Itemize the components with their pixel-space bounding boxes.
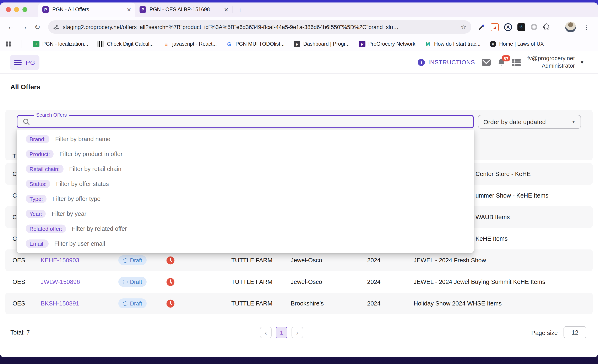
measure-extension-icon[interactable]: ◢ <box>491 23 499 31</box>
tab-all-offers[interactable]: P PGN - All Offers ✕ <box>38 2 135 16</box>
pgn-favicon: P <box>42 6 49 13</box>
progrocery-purple-icon: P <box>359 41 365 47</box>
tab-strip: P PGN - All Offers ✕ P PGN - OES ALBP-15… <box>0 2 598 16</box>
info-icon: i <box>418 59 425 66</box>
cell-retail-chain: Jewel-Osco <box>291 257 367 264</box>
sidebar-menu-button[interactable]: PG <box>10 55 40 70</box>
google-icon: G <box>226 41 233 47</box>
browser-toolbar: ← → ↻ staging2.progrocery.net/offers_all… <box>0 16 598 37</box>
search-input[interactable] <box>34 118 468 126</box>
offer-id-link[interactable]: BKSH-150891 <box>41 300 118 307</box>
header-actions: i INSTRUCTIONS 87 <box>418 51 584 73</box>
close-tab-icon[interactable]: ✕ <box>127 7 131 12</box>
url-text: staging2.progrocery.net/offers_all?searc… <box>63 24 457 30</box>
header-divider <box>0 73 598 74</box>
filter-option-email[interactable]: Email: Filter by user email <box>17 236 474 251</box>
task-list-icon[interactable] <box>512 59 521 66</box>
cell-brand: TUTTLE FARM <box>231 257 291 264</box>
filter-option-year[interactable]: Year: Filter by year <box>17 206 474 221</box>
filter-option-retail-chain[interactable]: Retail chain: Filter by retail chain <box>17 162 474 176</box>
bookmark-item[interactable]: Check Digit Calcul... <box>97 41 154 47</box>
sheets-icon: + <box>33 41 40 47</box>
page-size-input[interactable]: 12 <box>564 326 586 338</box>
browser-menu-icon[interactable]: ⋮ <box>581 23 591 31</box>
user-menu-caret-icon[interactable]: ▼ <box>580 60 584 65</box>
table-row[interactable]: OES JWLW-150896 Draft TUTTLE FARM Jewel-… <box>5 271 593 293</box>
address-bar[interactable]: staging2.progrocery.net/offers_all?searc… <box>48 20 471 34</box>
tab-separator <box>233 6 233 13</box>
bookmark-item[interactable]: P Dashboard | Progr... <box>294 41 350 47</box>
site-settings-icon[interactable] <box>53 24 59 30</box>
user-role: Administrator <box>527 63 575 70</box>
back-icon[interactable]: ← <box>5 23 17 31</box>
cell-year: 2024 <box>367 257 414 264</box>
cell-type: OES <box>12 300 41 307</box>
extensions-puzzle-icon[interactable] <box>543 23 551 31</box>
toolbar-separator <box>558 23 558 31</box>
pending-clock-icon <box>166 256 231 265</box>
cell-retail-chain: Jewel-Osco <box>291 278 367 285</box>
page-size-label: Page size <box>531 330 558 336</box>
hamburger-icon <box>14 60 22 65</box>
prev-page-button[interactable]: ‹ <box>260 327 272 338</box>
bookmark-item[interactable]: ≣ javascript - React... <box>163 41 217 47</box>
offer-id-link[interactable]: KEHE-150903 <box>41 257 118 264</box>
profile-avatar[interactable] <box>565 22 576 32</box>
filter-option-brand[interactable]: Brand: Filter by brand name <box>17 132 474 146</box>
next-page-button[interactable]: › <box>291 327 303 338</box>
cell-retail-chain: Brookshire’s <box>291 300 367 307</box>
pending-clock-icon <box>166 299 231 308</box>
close-window-button[interactable] <box>6 7 11 12</box>
cell-campaign: Holiday Show 2024 WHSE Items <box>414 300 593 307</box>
search-offers-field[interactable] <box>17 115 474 128</box>
pgn-favicon: P <box>140 6 146 13</box>
select-caret-icon: ▼ <box>571 120 576 124</box>
app-logo: PG <box>26 59 35 66</box>
react-devtools-icon[interactable]: ⚛ <box>517 23 525 31</box>
instructions-button[interactable]: i INSTRUCTIONS <box>418 59 475 66</box>
total-count: Total: 7 <box>10 329 30 336</box>
bookmark-item[interactable]: M How do I start trac... <box>424 41 481 47</box>
close-tab-icon[interactable]: ✕ <box>224 7 228 12</box>
minimize-window-button[interactable] <box>14 7 19 12</box>
app-header: PG i INSTRUCTIONS 87 <box>0 51 598 73</box>
gray-circle-extension-icon[interactable] <box>531 24 537 30</box>
new-tab-button[interactable]: + <box>235 6 245 15</box>
zoom-window-button[interactable] <box>22 7 27 12</box>
apps-grid-icon[interactable] <box>6 41 11 47</box>
bookmark-item[interactable]: P ProGrocery Network <box>359 41 415 47</box>
filter-option-type[interactable]: Type: Filter by offer type <box>17 191 474 206</box>
forward-icon[interactable]: → <box>18 23 30 31</box>
table-row[interactable]: OES BKSH-150891 Draft TUTTLE FARM Brooks… <box>5 293 593 314</box>
status-badge: Draft <box>118 299 147 308</box>
bookmark-star-icon[interactable]: ☆ <box>461 23 466 31</box>
eyedropper-extension-icon[interactable] <box>478 23 485 31</box>
mail-icon[interactable] <box>482 59 491 66</box>
barcode-icon <box>97 41 104 47</box>
pending-clock-icon <box>166 277 231 286</box>
status-badge: Draft <box>118 277 147 287</box>
cell-type: OES <box>12 257 41 264</box>
tab-oes-albp[interactable]: P PGN - OES ALBP-151698 ✕ <box>135 2 233 16</box>
cell-brand: TUTTLE FARM <box>231 300 291 307</box>
notifications-button[interactable]: 87 <box>498 58 505 66</box>
bookmark-item[interactable]: G PGN MUI TODOlist... <box>226 41 285 47</box>
offer-id-link[interactable]: JWLW-150896 <box>41 278 118 285</box>
reload-icon[interactable]: ↻ <box>32 23 43 31</box>
cell-year: 2024 <box>367 300 414 307</box>
browser-window: P PGN - All Offers ✕ P PGN - OES ALBP-15… <box>0 2 598 357</box>
bookmark-item[interactable]: + PGN - localization... <box>33 41 88 47</box>
pagination-bar: Total: 7 ‹ 1 › Page size 12 <box>0 324 598 345</box>
filter-option-related-offer[interactable]: Related offer: Filter by related offer <box>17 221 474 236</box>
user-email: fv@progrocery.net <box>527 55 575 63</box>
tab-title: PGN - All Offers <box>52 7 123 12</box>
filter-option-status[interactable]: Status: Filter by offer status <box>17 176 474 191</box>
bookmarks-bar: + PGN - localization... Check Digit Calc… <box>0 37 598 51</box>
filter-option-product[interactable]: Product: Filter by product in offer <box>17 146 474 162</box>
page-1-button[interactable]: 1 <box>276 327 287 338</box>
bookmark-item[interactable]: ◈ Home | Laws of UX <box>490 41 544 47</box>
order-by-select[interactable]: Order by date updated ▼ <box>478 115 581 129</box>
user-info[interactable]: fv@progrocery.net Administrator <box>527 55 575 70</box>
draft-status-icon <box>123 258 127 263</box>
a-extension-icon[interactable]: A <box>504 23 512 31</box>
